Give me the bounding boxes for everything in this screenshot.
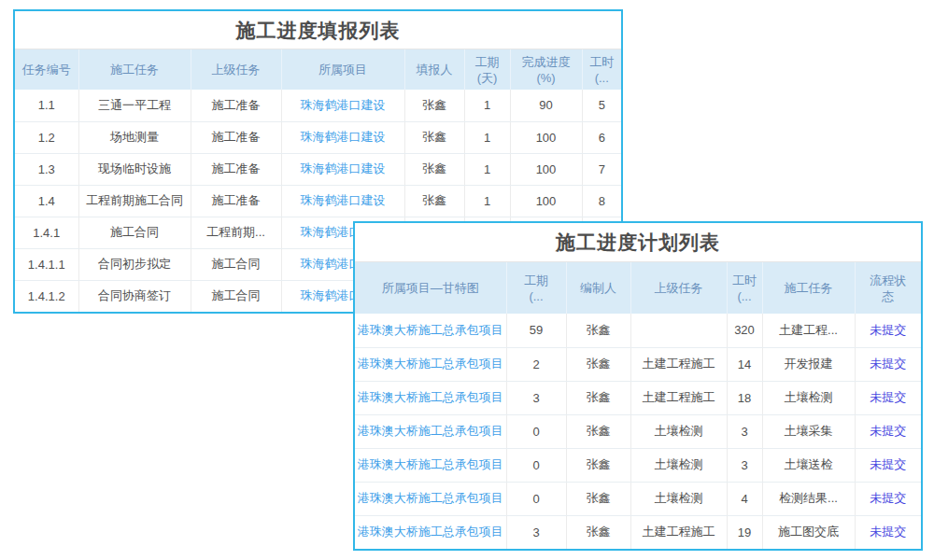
compiler-cell: 张鑫 bbox=[566, 414, 630, 448]
parent-task-cell bbox=[630, 314, 727, 347]
progress-percent-cell: 100 bbox=[510, 185, 582, 217]
work-hours-cell: 5 bbox=[582, 90, 621, 121]
column-header: 工期 (... bbox=[506, 262, 566, 314]
workflow-status-link-cell: 未提交 bbox=[855, 414, 921, 448]
task-number-cell: 1.4.1.2 bbox=[15, 280, 78, 312]
project-gantt-link[interactable]: 港珠澳大桥施工总承包项目 bbox=[358, 357, 503, 371]
work-hours-cell: 4 bbox=[727, 482, 762, 515]
parent-task-cell: 施工合同 bbox=[191, 248, 281, 280]
column-header: 工时 (... bbox=[582, 49, 621, 90]
task-number-cell: 1.4.1 bbox=[15, 217, 78, 248]
workflow-status-link-cell: 未提交 bbox=[855, 314, 921, 347]
workflow-status-link-cell: 未提交 bbox=[855, 347, 921, 381]
construction-task-cell: 施工合同 bbox=[78, 217, 191, 248]
column-header: 上级任务 bbox=[191, 49, 281, 90]
workflow-status-link[interactable]: 未提交 bbox=[870, 457, 906, 471]
project-link[interactable]: 珠海鹤港口建设 bbox=[301, 161, 386, 175]
column-header: 完成进度 (%) bbox=[510, 49, 582, 90]
construction-task-cell: 检测结果... bbox=[762, 482, 855, 515]
page: 施工进度填报列表 任务编号施工任务上级任务所属项目填报人工期 (天)完成进度 (… bbox=[0, 0, 934, 560]
report-table-header-row: 任务编号施工任务上级任务所属项目填报人工期 (天)完成进度 (%)工时 (... bbox=[15, 49, 621, 90]
table-row: 港珠澳大桥施工总承包项目59张鑫320土建工程...未提交 bbox=[355, 314, 921, 347]
duration-days-cell: 3 bbox=[506, 515, 566, 549]
column-header: 编制人 bbox=[566, 262, 630, 314]
parent-task-cell: 土壤检测 bbox=[630, 448, 727, 482]
table-row: 港珠澳大桥施工总承包项目3张鑫土建工程施工18土壤检测未提交 bbox=[355, 381, 921, 414]
parent-task-cell: 施工准备 bbox=[191, 90, 281, 121]
work-hours-cell: 3 bbox=[727, 448, 762, 482]
project-gantt-link-cell: 港珠澳大桥施工总承包项目 bbox=[355, 482, 506, 515]
progress-percent-cell: 90 bbox=[510, 90, 582, 121]
project-link-cell: 珠海鹤港口建设 bbox=[281, 153, 404, 185]
construction-task-cell: 合同协商签订 bbox=[78, 280, 191, 312]
duration-days-cell: 2 bbox=[506, 347, 566, 381]
project-gantt-link-cell: 港珠澳大桥施工总承包项目 bbox=[355, 515, 506, 549]
project-gantt-link[interactable]: 港珠澳大桥施工总承包项目 bbox=[358, 491, 503, 505]
work-hours-cell: 14 bbox=[727, 347, 762, 381]
parent-task-cell: 施工合同 bbox=[191, 280, 281, 312]
column-header: 所属项目 bbox=[281, 49, 404, 90]
construction-task-cell: 工程前期施工合同 bbox=[78, 185, 191, 217]
parent-task-cell: 施工准备 bbox=[191, 153, 281, 185]
construction-task-cell: 合同初步拟定 bbox=[78, 248, 191, 280]
table-row: 港珠澳大桥施工总承包项目0张鑫土壤检测4检测结果...未提交 bbox=[355, 482, 921, 515]
duration-days-cell: 0 bbox=[506, 482, 566, 515]
column-header: 填报人 bbox=[404, 49, 464, 90]
project-link-cell: 珠海鹤港口建设 bbox=[281, 121, 404, 153]
work-hours-cell: 8 bbox=[582, 185, 621, 217]
construction-task-cell: 土建工程... bbox=[762, 314, 855, 347]
project-gantt-link-cell: 港珠澳大桥施工总承包项目 bbox=[355, 448, 506, 482]
workflow-status-link[interactable]: 未提交 bbox=[870, 491, 906, 505]
plan-table: 所属项目—甘特图工期 (...编制人上级任务工时 (...施工任务流程状 态 港… bbox=[355, 262, 921, 549]
column-header: 施工任务 bbox=[762, 262, 855, 314]
construction-task-cell: 施工图交底 bbox=[762, 515, 855, 549]
project-gantt-link[interactable]: 港珠澳大桥施工总承包项目 bbox=[358, 390, 503, 404]
project-link[interactable]: 珠海鹤港口建设 bbox=[301, 130, 386, 144]
parent-task-cell: 土壤检测 bbox=[630, 414, 727, 448]
workflow-status-link[interactable]: 未提交 bbox=[870, 390, 906, 404]
duration-days-cell: 1 bbox=[464, 153, 510, 185]
project-gantt-link-cell: 港珠澳大桥施工总承包项目 bbox=[355, 381, 506, 414]
duration-days-cell: 1 bbox=[464, 185, 510, 217]
workflow-status-link[interactable]: 未提交 bbox=[870, 424, 906, 438]
project-gantt-link[interactable]: 港珠澳大桥施工总承包项目 bbox=[358, 424, 503, 438]
compiler-cell: 张鑫 bbox=[566, 314, 630, 347]
project-gantt-link[interactable]: 港珠澳大桥施工总承包项目 bbox=[358, 525, 503, 539]
duration-days-cell: 3 bbox=[506, 381, 566, 414]
project-gantt-link[interactable]: 港珠澳大桥施工总承包项目 bbox=[358, 323, 503, 337]
duration-days-cell: 1 bbox=[464, 121, 510, 153]
table-row: 港珠澳大桥施工总承包项目0张鑫土壤检测3土壤送检未提交 bbox=[355, 448, 921, 482]
project-link[interactable]: 珠海鹤港口建设 bbox=[301, 193, 386, 207]
project-link-cell: 珠海鹤港口建设 bbox=[281, 185, 404, 217]
table-row: 1.4工程前期施工合同施工准备珠海鹤港口建设张鑫11008 bbox=[15, 185, 621, 217]
workflow-status-link[interactable]: 未提交 bbox=[870, 525, 906, 539]
project-link[interactable]: 珠海鹤港口建设 bbox=[301, 98, 386, 112]
work-hours-cell: 320 bbox=[727, 314, 762, 347]
parent-task-cell: 土建工程施工 bbox=[630, 381, 727, 414]
progress-percent-cell: 100 bbox=[510, 121, 582, 153]
table-row: 1.2场地测量施工准备珠海鹤港口建设张鑫11006 bbox=[15, 121, 621, 153]
plan-table-card: 施工进度计划列表 所属项目—甘特图工期 (...编制人上级任务工时 (...施工… bbox=[353, 221, 923, 551]
construction-task-cell: 场地测量 bbox=[78, 121, 191, 153]
workflow-status-link[interactable]: 未提交 bbox=[870, 323, 906, 337]
progress-percent-cell: 100 bbox=[510, 153, 582, 185]
project-gantt-link-cell: 港珠澳大桥施工总承包项目 bbox=[355, 414, 506, 448]
workflow-status-link[interactable]: 未提交 bbox=[870, 357, 906, 371]
duration-days-cell: 0 bbox=[506, 448, 566, 482]
project-gantt-link-cell: 港珠澳大桥施工总承包项目 bbox=[355, 314, 506, 347]
table-row: 港珠澳大桥施工总承包项目3张鑫土建工程施工19施工图交底未提交 bbox=[355, 515, 921, 549]
work-hours-cell: 3 bbox=[727, 414, 762, 448]
project-gantt-link[interactable]: 港珠澳大桥施工总承包项目 bbox=[358, 457, 503, 471]
parent-task-cell: 施工准备 bbox=[191, 185, 281, 217]
construction-task-cell: 开发报建 bbox=[762, 347, 855, 381]
workflow-status-link-cell: 未提交 bbox=[855, 482, 921, 515]
column-header: 所属项目—甘特图 bbox=[355, 262, 506, 314]
column-header: 工期 (天) bbox=[464, 49, 510, 90]
work-hours-cell: 18 bbox=[727, 381, 762, 414]
duration-days-cell: 59 bbox=[506, 314, 566, 347]
work-hours-cell: 6 bbox=[582, 121, 621, 153]
compiler-cell: 张鑫 bbox=[566, 515, 630, 549]
parent-task-cell: 土建工程施工 bbox=[630, 515, 727, 549]
work-hours-cell: 7 bbox=[582, 153, 621, 185]
workflow-status-link-cell: 未提交 bbox=[855, 515, 921, 549]
